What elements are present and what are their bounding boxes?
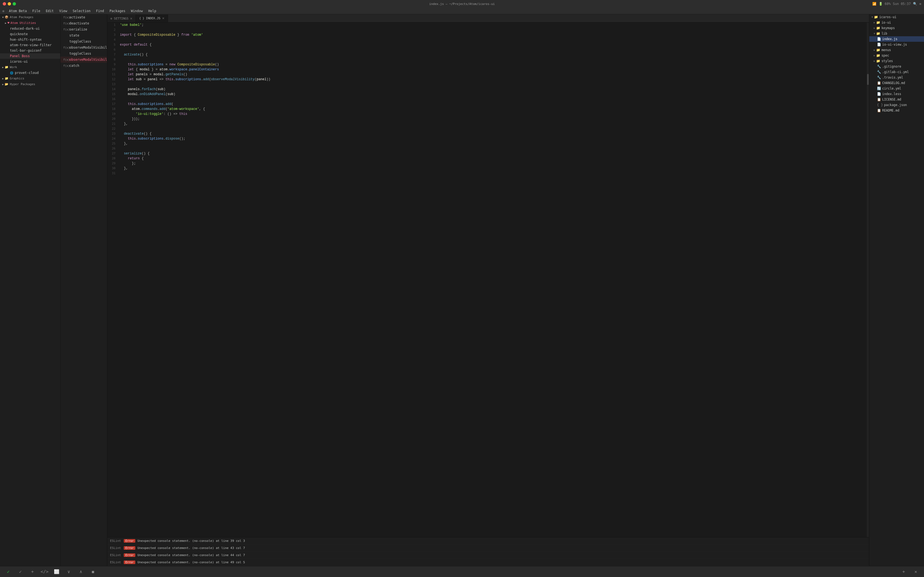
symbol-toggleclass-2[interactable]: toggleClass [60,50,107,56]
heart-icon: ♥ [7,21,9,25]
code-line-23: 23 deactivate() { [107,131,867,136]
tree-io-ui-view-js[interactable]: 📄 io-ui-view.js [869,42,924,47]
symbol-state[interactable]: state [60,32,107,39]
sidebar-item-reduced-dark-ui[interactable]: reduced-dark-ui [0,26,60,31]
menu-help[interactable]: Help [146,8,158,13]
sidebar-item-provet-cloud[interactable]: 🌐 provet-cloud [0,70,60,76]
linter-message-1: Unexpected console statement. (no-consol… [137,539,866,543]
tab-close-index-js[interactable]: × [162,16,165,20]
toolbar-close-right[interactable]: ✕ [912,568,919,575]
close-button[interactable] [3,2,6,5]
tree-readme[interactable]: 📋 README.md [869,108,924,113]
code-line-28: 28 return { [107,156,867,161]
code-editor[interactable]: 1 'use babel'; 2 3 import { CompositeDis… [107,23,867,537]
sidebar-item-tool-bar-guiconf[interactable]: tool-bar-guiconf [0,48,60,53]
code-line-17: 17 this.subscriptions.add( [107,102,867,106]
code-line-30: 30 }, [107,166,867,171]
toolbar-right: + ✕ [900,568,919,575]
sidebar-item-quicknote[interactable]: quicknote [0,31,60,37]
folder-icon: 📁 [876,59,880,63]
tree-index-js[interactable]: 📄 index.js [869,36,924,42]
tree-lib[interactable]: ▼ 📁 lib [869,31,924,36]
tree-gitignore[interactable]: 🔧 .gitignore [869,64,924,69]
tree-menus[interactable]: ▶ 📁 menus [869,47,924,53]
menu-edit[interactable]: Edit [44,8,56,13]
linter-row-1: ESLint Error Unexpected console statemen… [107,537,869,545]
toolbar-left: ✓ ✓ + </> ⬜ ∨ ∧ ◼ [5,568,97,575]
sidebar-section-work[interactable]: ▶ 📁 Work [0,64,60,70]
sidebar-section-atom-utilities[interactable]: ▶ ♥ Atom Utilities [0,20,60,26]
menu-find[interactable]: Find [94,8,106,13]
code-line-1: 1 'use babel'; [107,23,867,27]
sidebar-item-icaros-ui[interactable]: icaros-ui [0,59,60,64]
menu-view[interactable]: View [57,8,69,13]
symbol-deactivate[interactable]: f(x) deactivate [60,20,107,26]
sidebar-section-hyper[interactable]: ▶ 📂 Hyper Packages [0,81,60,87]
tree-changelog[interactable]: 📋 CHANGELOG.md [869,80,924,86]
code-line-21: 21 }, [107,121,867,126]
toolbar-chevron-up[interactable]: ∧ [77,568,85,575]
tree-circle-yml[interactable]: 🔄 circle.yml [869,86,924,91]
tree-spec[interactable]: ▶ 📁 spec [869,53,924,58]
symbol-observemodal-1[interactable]: f(x) observeModalVisibility [60,45,107,50]
symbol-toggleclass-1[interactable]: toggleClass [60,39,107,45]
tree-index-less[interactable]: 📄 index.less [869,91,924,97]
code-line-16: 16 [107,97,867,102]
tree-package-json[interactable]: { } package.json [869,102,924,108]
settings-icon: ⚙ [111,17,112,20]
code-line-27: 27 serialize() { [107,151,867,156]
code-line-3: 3 import { CompositeDisposable } from 'a… [107,32,867,37]
menu-selection[interactable]: Selection [70,8,93,13]
menu-window[interactable]: Window [129,8,145,13]
toolbar-check-circle[interactable]: ✓ [5,568,12,575]
toolbar-check[interactable]: ✓ [16,568,24,575]
editor-scrollbar[interactable] [867,23,869,537]
symbol-activate[interactable]: f(x) activate [60,14,107,20]
symbol-catch[interactable]: f(x) catch [60,63,107,69]
menu-file[interactable]: File [30,8,42,13]
tree-travis[interactable]: 🔧 .travis.yml [869,75,924,80]
tree-keymaps[interactable]: ▶ 📁 keymaps [869,25,924,31]
symbol-observemodal-2[interactable]: f(x) observeModalVisibility [60,56,107,63]
toolbar-add[interactable]: + [29,568,36,575]
toolbar-code[interactable]: </> [41,568,48,575]
code-line-2: 2 [107,27,867,32]
tree-gitlab-ci[interactable]: 🔧 .gitlab-ci.yml [869,69,924,75]
code-line-24: 24 this.subscriptions.dispose(); [107,136,867,141]
menu-packages[interactable]: Packages [107,8,128,13]
symbol-serialize[interactable]: f(x) serialize [60,26,107,32]
folder-icon: 📁 [876,48,880,52]
code-line-12: 12 let sub = panel => this.subscriptions… [107,77,867,82]
tree-license[interactable]: 📋 LICENSE.md [869,97,924,102]
code-line-13: 13 [107,82,867,87]
chevron-right-icon-hyper: ▶ [2,83,3,86]
toolbar-stop[interactable]: ◼ [89,568,97,575]
menu-icon[interactable]: ≡ [919,2,921,6]
sidebar-item-hue-shift-syntax[interactable]: hue-shift-syntax [0,37,60,42]
packages-icon: 📦 [5,15,8,19]
folder-icon-hyper: 📂 [5,82,8,86]
code-line-10: 10 let { modal } = atom.workspace.panelC… [107,67,867,72]
sidebar-section-atom-packages[interactable]: ▼ 📦 Atom Packages [0,14,60,20]
code-line-6: 6 [107,47,867,52]
search-icon[interactable]: 🔍 [913,2,917,6]
tab-settings[interactable]: ⚙ SETTINGS × [107,15,136,22]
tab-index-js[interactable]: { } INDEX.JS × [136,15,168,22]
maximize-button[interactable] [13,2,16,5]
tree-io-ui[interactable]: ▶ 📁 io-ui [869,20,924,25]
linter-source-3: ESLint [110,553,121,557]
sidebar-item-atom-tree-view-filter[interactable]: atom-tree-view-filter [0,42,60,48]
tab-close-settings[interactable]: × [130,16,132,20]
sidebar-item-panel-boss[interactable]: Panel Boss [0,53,60,59]
wifi-icon: 📶 [872,2,876,6]
toolbar-square[interactable]: ⬜ [53,568,60,575]
minimize-button[interactable] [8,2,11,5]
toolbar-add-right[interactable]: + [900,568,908,575]
sidebar-section-graphics[interactable]: ▶ 📁 Graphics [0,76,60,81]
tree-styles[interactable]: ▶ 📁 styles [869,58,924,64]
menu-atom-beta[interactable]: Atom Beta [6,8,29,13]
code-line-8: 8 [107,57,867,62]
tree-icaros-ui[interactable]: ▼ 📁 icaros-ui [869,14,924,20]
bottom-toolbar: ✓ ✓ + </> ⬜ ∨ ∧ ◼ + ✕ [0,566,924,577]
toolbar-chevron-down[interactable]: ∨ [65,568,73,575]
